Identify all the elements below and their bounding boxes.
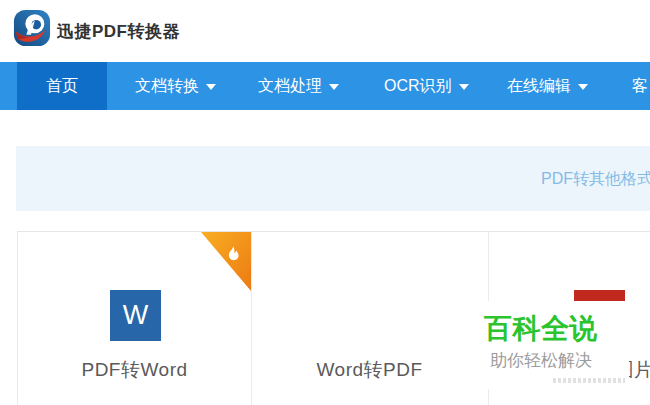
page: 迅捷PDF转换器 首页 文档转换 文档处理 OCR识别 在线编辑 客 PDF转其… xyxy=(0,0,650,405)
card-title: PDF转Word xyxy=(18,357,251,383)
word-w-icon: W xyxy=(110,290,161,341)
hot-flame-badge-icon xyxy=(201,232,251,291)
watermark-title: 百科全说 xyxy=(484,310,598,348)
main-nav: 首页 文档转换 文档处理 OCR识别 在线编辑 客 xyxy=(0,62,650,110)
app-header: 迅捷PDF转换器 xyxy=(0,0,650,62)
page-title: 迅捷PDF转换器 xyxy=(57,0,180,62)
banner-link[interactable]: PDF转其他格式 xyxy=(541,168,650,189)
watermark-subtitle: 助你轻松解决 xyxy=(490,349,592,372)
card-word-to-pdf[interactable]: Word转PDF xyxy=(251,232,488,405)
nav-item-ocr[interactable]: OCR识别 xyxy=(384,62,469,110)
nav-item-label: 文档转换 xyxy=(135,76,199,97)
nav-item-truncated[interactable]: 客 xyxy=(632,62,648,110)
nav-item-label: OCR识别 xyxy=(384,76,452,97)
chevron-down-icon xyxy=(459,84,469,90)
nav-item-label: 首页 xyxy=(46,76,78,97)
promo-banner: PDF转其他格式 xyxy=(16,146,650,211)
chevron-down-icon xyxy=(578,84,588,90)
card-pdf-to-word[interactable]: W PDF转Word xyxy=(18,232,251,405)
nav-item-label: 在线编辑 xyxy=(507,76,571,97)
nav-item-label: 文档处理 xyxy=(258,76,322,97)
nav-item-online-edit[interactable]: 在线编辑 xyxy=(507,62,588,110)
word-letter: W xyxy=(123,300,148,331)
chevron-down-icon xyxy=(206,84,216,90)
card-title: Word转PDF xyxy=(251,357,488,383)
app-logo-icon[interactable] xyxy=(13,9,51,47)
chevron-down-icon xyxy=(329,84,339,90)
watermark-fineprint xyxy=(553,378,625,383)
nav-item-doc-convert[interactable]: 文档转换 xyxy=(135,62,216,110)
nav-item-home[interactable]: 首页 xyxy=(17,62,107,110)
watermark-overlay: 百科全说 助你轻松解决 xyxy=(483,301,629,389)
nav-item-doc-process[interactable]: 文档处理 xyxy=(258,62,339,110)
nav-item-label: 客 xyxy=(632,76,648,97)
